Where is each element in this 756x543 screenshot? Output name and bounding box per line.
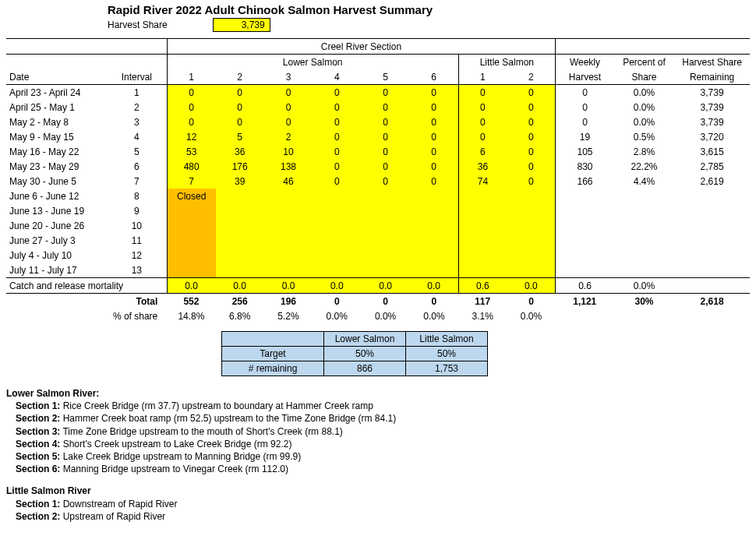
cell-interval: 4 (107, 129, 167, 144)
table-row: May 30 - June 57739460007401664.4%2,619 (6, 174, 750, 189)
total-lt1: 117 (458, 294, 507, 309)
cell-ls2: 0 (216, 100, 264, 115)
cell-ls5: 0 (361, 129, 409, 144)
cell-lt1 (458, 263, 507, 278)
cell-ls5 (361, 263, 409, 278)
cell-date: April 23 - April 24 (6, 85, 107, 100)
header-lt2: 2 (507, 69, 555, 85)
header-ls6: 6 (410, 69, 458, 85)
crm-ls5: 0.0 (361, 278, 409, 294)
cell-ls2 (216, 263, 264, 278)
cell-ls4 (313, 189, 361, 203)
header-little-salmon: Little Salmon (458, 55, 556, 70)
cell-ls6 (410, 233, 458, 248)
cell-lt2: 0 (507, 144, 555, 159)
cell-ls3: 0 (264, 100, 313, 115)
header-creel: Creel River Section (167, 39, 555, 55)
total-lt2: 0 (507, 294, 555, 309)
cell-remaining: 3,739 (674, 85, 750, 100)
table-row: June 27 - July 311 (6, 233, 750, 248)
cell-ls3 (264, 233, 313, 248)
cell-ls3: 0 (264, 85, 313, 100)
cell-ls5 (361, 189, 409, 203)
cell-ls4: 0 (313, 115, 361, 129)
cell-ls6: 0 (410, 100, 458, 115)
crm-w: 0.6 (556, 278, 614, 294)
cell-percent: 22.2% (614, 159, 674, 174)
cell-date: April 25 - May 1 (6, 100, 107, 115)
crm-ls3: 0.0 (264, 278, 313, 294)
table-row: June 20 - June 2610 (6, 218, 750, 233)
cell-ls3 (264, 263, 313, 278)
cell-interval: 11 (107, 233, 167, 248)
cell-lt1 (458, 203, 507, 218)
cell-interval: 3 (107, 115, 167, 129)
harvest-share-value: 3,739 (213, 18, 270, 32)
cell-closed (167, 203, 215, 218)
cell-remaining: 3,615 (674, 144, 750, 159)
cell-weekly: 166 (556, 174, 614, 189)
cell-percent: 4.4% (614, 174, 674, 189)
total-ls4: 0 (313, 294, 361, 309)
cell-lt2 (507, 233, 555, 248)
cell-interval: 5 (107, 144, 167, 159)
cell-ls3: 10 (264, 144, 313, 159)
table-row: June 13 - June 199 (6, 203, 750, 218)
table-row: May 9 - May 154125200000190.5%3,720 (6, 129, 750, 144)
cell-ls4: 0 (313, 129, 361, 144)
cell-remaining: 3,739 (674, 115, 750, 129)
table-row: June 6 - June 128Closed (6, 189, 750, 203)
cell-percent: 2.8% (614, 144, 674, 159)
cell-weekly: 830 (556, 159, 614, 174)
cell-lt1: 0 (458, 115, 507, 129)
cell-closed (167, 218, 215, 233)
cell-ls6: 0 (410, 115, 458, 129)
cell-percent: 0.0% (614, 85, 674, 100)
cell-ls1: 7 (167, 174, 215, 189)
cell-ls3: 46 (264, 174, 313, 189)
total-ls2: 256 (216, 294, 264, 309)
cell-lt2 (507, 218, 555, 233)
mini-col1: Lower Salmon (324, 332, 406, 347)
total-ls5: 0 (361, 294, 409, 309)
header-interval: Interval (107, 69, 167, 85)
header-date: Date (6, 69, 107, 85)
cell-ls4 (313, 203, 361, 218)
little-salmon-header: Little Salmon River (6, 485, 750, 497)
cell-lt2: 0 (507, 159, 555, 174)
cell-lt2: 0 (507, 174, 555, 189)
cell-lt2 (507, 263, 555, 278)
mini-row1-v1: 50% (324, 347, 406, 361)
cell-ls5 (361, 233, 409, 248)
cell-ls4 (313, 218, 361, 233)
cell-weekly: 0 (556, 115, 614, 129)
cell-ls1: 0 (167, 115, 215, 129)
cell-interval: 1 (107, 85, 167, 100)
section-definition-row: Section 5: Lake Creek Bridge upstream to… (6, 450, 750, 463)
pctshare-ls1: 14.8% (167, 309, 215, 323)
cell-interval: 9 (107, 203, 167, 218)
section-definition-row: Section 2: Upstream of Rapid River (6, 510, 750, 523)
cell-ls2: 0 (216, 115, 264, 129)
cell-weekly: 19 (556, 129, 614, 144)
cell-ls5: 0 (361, 115, 409, 129)
header-lower-salmon: Lower Salmon (167, 55, 458, 70)
cell-ls6: 0 (410, 159, 458, 174)
section-definition-row: Section 6: Manning Bridge upstream to Vi… (6, 463, 750, 475)
section-definition-row: Section 1: Rice Creek Bridge (rm 37.7) u… (6, 400, 750, 412)
cell-ls3 (264, 203, 313, 218)
crm-label: Catch and release mortality (6, 278, 167, 294)
cell-lt1: 6 (458, 144, 507, 159)
cell-ls4: 0 (313, 144, 361, 159)
cell-ls6 (410, 189, 458, 203)
cell-date: May 2 - May 8 (6, 115, 107, 129)
section-definition-row: Section 4: Short's Creek upstream to Lak… (6, 438, 750, 450)
total-ls6: 0 (410, 294, 458, 309)
cell-interval: 8 (107, 189, 167, 203)
cell-lt1 (458, 189, 507, 203)
cell-lt2 (507, 203, 555, 218)
mini-row2-label: # remaining (222, 361, 324, 376)
pctshare-ls5: 0.0% (361, 309, 409, 323)
section-definition-row: Section 3: Time Zone Bridge upstream to … (6, 425, 750, 438)
cell-lt1: 0 (458, 129, 507, 144)
